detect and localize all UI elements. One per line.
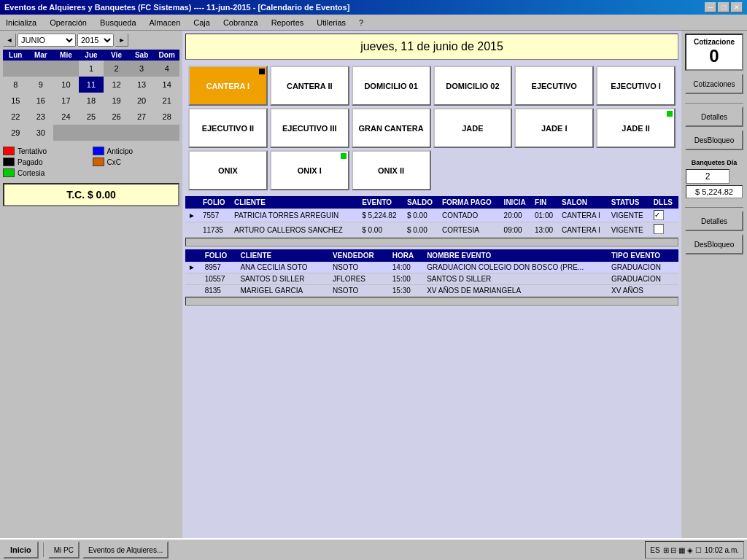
salon-cell-ejecutivo-i[interactable]: EJECUTIVO I	[596, 66, 676, 106]
cal-day[interactable]: 20	[129, 93, 155, 109]
title-bar: Eventos de Alquieres y Banquetes (FC Sis…	[0, 0, 747, 15]
row-nombre-evento: SANTOS D SILLER	[424, 273, 608, 285]
legend-anticipo: Anticipo	[93, 147, 180, 155]
cal-day	[129, 125, 155, 141]
cal-day[interactable]: 14	[154, 77, 179, 93]
minimize-btn[interactable]: ─	[705, 2, 716, 12]
row-nombre-evento: XV AÑOS DE MARIANGELA	[424, 285, 608, 297]
row-vendedor: NSOTO	[330, 285, 390, 297]
salon-cell-jade[interactable]: JADE	[433, 108, 513, 148]
cal-header-mie: Mie	[53, 50, 79, 61]
salon-cell-onix[interactable]: ONIX	[188, 150, 268, 190]
cal-day[interactable]: 22	[3, 109, 28, 125]
th1-salon: SALON	[559, 196, 608, 209]
row-cliente: PATRICIA TORRES ARREGUIN	[231, 209, 359, 222]
cal-day[interactable]: 1	[79, 61, 104, 77]
table1-desbloqueo-btn[interactable]: DesBloqueo	[685, 130, 743, 150]
cal-day[interactable]: 2	[104, 61, 129, 77]
th2-cliente: CLIENTE	[237, 249, 330, 262]
cal-day	[154, 125, 179, 141]
cal-day[interactable]: 24	[53, 109, 79, 125]
salon-cell-domicilio-02[interactable]: DOMICILIO 02	[433, 66, 513, 106]
table1-scrollbar[interactable]	[185, 238, 678, 246]
cal-day[interactable]: 3	[129, 61, 155, 77]
taskbar-eventos[interactable]: Eventos de Alquieres...	[82, 541, 169, 559]
cal-day[interactable]: 28	[154, 109, 179, 125]
prev-month-btn[interactable]: ◄	[3, 34, 16, 47]
table-row[interactable]: ► 8957 ANA CECILIA SOTO NSOTO 14:00 GRAD…	[185, 262, 678, 273]
th1-dlls: DLLS	[651, 196, 678, 209]
cal-day[interactable]: 13	[129, 77, 155, 93]
dlls-checkbox[interactable]	[654, 210, 664, 220]
left-panel: ◄ JUNIO 2015 ► Lun Mar Mie Jue Vie Sab D…	[0, 31, 182, 538]
salon-cell-ejecutivo-iii[interactable]: EJECUTIVO III	[270, 108, 349, 148]
cal-day[interactable]: 4	[154, 61, 179, 77]
legend-pagado: Pagado	[3, 158, 90, 166]
month-select[interactable]: JUNIO	[18, 34, 76, 47]
cal-day[interactable]: 19	[104, 93, 129, 109]
cal-day[interactable]: 9	[28, 77, 54, 93]
menu-almacen[interactable]: Almacen	[147, 17, 184, 28]
th2-hora: HORA	[390, 249, 424, 262]
salon-cell-onix-i[interactable]: ONIX I	[270, 150, 349, 190]
table-row[interactable]: 10557 SANTOS D SILLER JFLORES 15:00 SANT…	[185, 273, 678, 285]
dlls-checkbox[interactable]	[654, 224, 664, 234]
cal-day[interactable]: 8	[3, 77, 28, 93]
cal-day[interactable]: 11	[79, 77, 104, 93]
menu-inicializa[interactable]: Inicializa	[3, 17, 39, 28]
table2-detalles-btn[interactable]: Detalles	[685, 211, 743, 231]
cal-day[interactable]: 18	[79, 93, 104, 109]
menu-help[interactable]: ?	[356, 17, 366, 28]
cal-day[interactable]: 21	[154, 93, 179, 109]
cal-day[interactable]: 12	[104, 77, 129, 93]
table-row[interactable]: ► 7557 PATRICIA TORRES ARREGUIN $ 5,224.…	[185, 209, 678, 222]
cal-day[interactable]: 27	[129, 109, 155, 125]
next-month-btn[interactable]: ►	[115, 34, 128, 47]
cal-day[interactable]: 23	[28, 109, 54, 125]
cal-day[interactable]: 26	[104, 109, 129, 125]
th2-nombre-evento: NOMBRE EVENTO	[424, 249, 608, 262]
row-folio: 8957	[202, 262, 238, 273]
table2-scroll[interactable]: FOLIO CLIENTE VENDEDOR HORA NOMBRE EVENT…	[185, 249, 678, 297]
salon-cell-cantera-i[interactable]: CANTERA I	[188, 66, 268, 106]
salon-cell-gran-cantera[interactable]: GRAN CANTERA	[352, 108, 431, 148]
menu-reportes[interactable]: Reportes	[268, 17, 307, 28]
table-row[interactable]: 11735 ARTURO CALLEROS SANCHEZ $ 0.00 $ 0…	[185, 222, 678, 238]
salon-cell-jade-ii[interactable]: JADE II	[596, 108, 676, 148]
cal-day[interactable]: 29	[3, 125, 28, 141]
row-status: VIGENTE	[608, 222, 651, 238]
menu-caja[interactable]: Caja	[190, 17, 213, 28]
maximize-btn[interactable]: □	[718, 2, 729, 12]
salon-cell-ejecutivo-ii[interactable]: EJECUTIVO II	[188, 108, 268, 148]
salon-cell-domicilio-01[interactable]: DOMICILIO 01	[352, 66, 431, 106]
cal-day[interactable]: 30	[28, 125, 54, 141]
banquetes-count: 2	[686, 169, 729, 184]
menu-utilerias[interactable]: Utilerias	[314, 17, 349, 28]
cal-header-lun: Lun	[3, 50, 28, 61]
row-saldo: $ 0.00	[404, 222, 439, 238]
year-select[interactable]: 2015	[77, 34, 114, 47]
table2-desbloqueo-btn[interactable]: DesBloqueo	[685, 234, 743, 254]
salon-cell-onix-ii[interactable]: ONIX II	[352, 150, 431, 190]
cotizaciones-btn[interactable]: Cotizaciones	[685, 74, 743, 94]
cal-day[interactable]: 25	[79, 109, 104, 125]
table1-detalles-btn[interactable]: Detalles	[685, 106, 743, 127]
close-btn[interactable]: ✕	[731, 2, 743, 12]
menu-busqueda[interactable]: Busqueda	[97, 17, 139, 28]
cal-day[interactable]: 16	[28, 93, 54, 109]
cal-day	[28, 61, 54, 77]
cal-day[interactable]: 15	[3, 93, 28, 109]
taskbar-mypc[interactable]: Mi PC	[48, 541, 80, 559]
cal-day[interactable]: 10	[53, 77, 79, 93]
salon-cell-cantera-ii[interactable]: CANTERA II	[270, 66, 349, 106]
cal-day[interactable]: 17	[53, 93, 79, 109]
menu-operacion[interactable]: Operación	[47, 17, 90, 28]
salon-cell-jade-i[interactable]: JADE I	[514, 108, 594, 148]
legend-color-anticipo	[93, 147, 104, 155]
table-row[interactable]: 8135 MARIGEL GARCIA NSOTO 15:30 XV AÑOS …	[185, 285, 678, 297]
salon-cell-ejecutivo[interactable]: EJECUTIVO	[514, 66, 594, 106]
table2-scrollbar[interactable]	[185, 297, 678, 306]
start-button[interactable]: Inicio	[3, 541, 39, 559]
table1-scroll[interactable]: FOLIO CLIENTE EVENTO SALDO FORMA PAGO IN…	[185, 196, 678, 238]
menu-cobranza[interactable]: Cobranza	[220, 17, 261, 28]
